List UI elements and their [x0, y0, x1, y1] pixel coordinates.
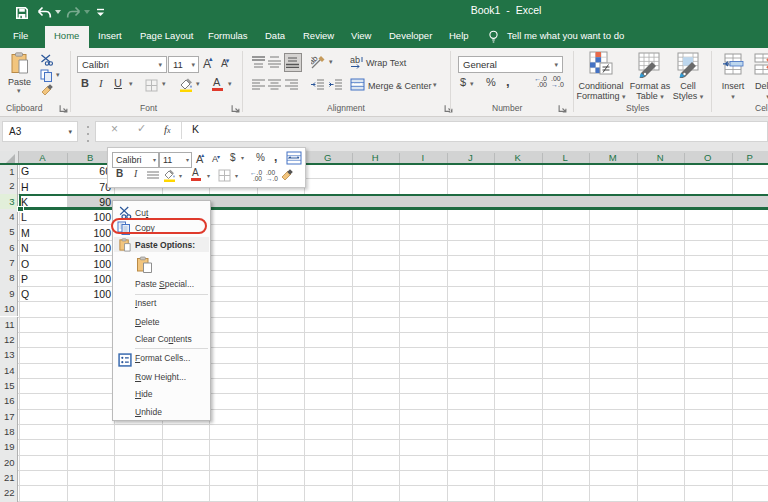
svg-text:ab: ab [350, 55, 360, 65]
